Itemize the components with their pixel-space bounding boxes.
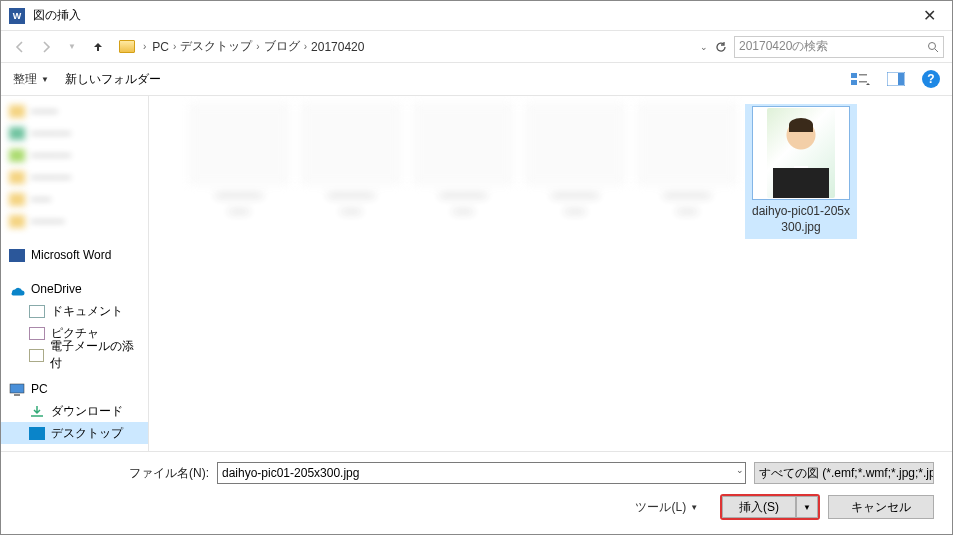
sidebar-item-desktop[interactable]: デスクトップ (1, 422, 148, 444)
view-mode-button[interactable] (850, 71, 870, 87)
svg-rect-1 (851, 73, 857, 78)
organize-menu[interactable]: 整理 ▼ (13, 71, 49, 88)
insert-button[interactable]: 挿入(S) (722, 496, 796, 518)
search-placeholder: 20170420の検索 (739, 38, 828, 55)
file-thumbnail[interactable]: –––––––––– (521, 104, 629, 239)
address-dropdown-icon[interactable]: ⌄ (700, 42, 708, 52)
close-button[interactable]: ✕ (907, 1, 952, 30)
sidebar-item-mail[interactable]: 電子メールの添付 (1, 344, 148, 366)
word-icon (9, 249, 25, 262)
up-button[interactable] (87, 36, 109, 58)
sidebar-item-documents[interactable]: ドキュメント (1, 300, 148, 322)
desktop-icon (29, 427, 45, 440)
mail-icon (29, 349, 44, 362)
titlebar: W 図の挿入 ✕ (1, 1, 952, 31)
sidebar-item[interactable]: ––––– (1, 210, 148, 232)
svg-rect-3 (859, 74, 867, 76)
svg-point-0 (929, 42, 936, 49)
svg-rect-6 (898, 73, 904, 85)
crumb-desktop[interactable]: デスクトップ (180, 38, 252, 55)
refresh-icon[interactable] (714, 40, 728, 54)
sidebar-item[interactable]: ––– (1, 188, 148, 210)
file-thumbnail[interactable]: –––––––––– (409, 104, 517, 239)
sidebar: –––– –––––– –––––– –––––– ––– ––––– Micr… (1, 96, 149, 451)
preview-pane-button[interactable] (886, 71, 906, 87)
sidebar-item[interactable]: –––– (1, 100, 148, 122)
file-thumbnail-selected[interactable]: daihyo-pic01-205x300.jpg (745, 104, 857, 239)
filename-label: ファイル名(N): (129, 465, 209, 482)
picture-icon (29, 327, 45, 340)
insert-split-button: 挿入(S) ▼ (720, 494, 820, 520)
svg-rect-8 (14, 394, 20, 396)
image-preview (767, 108, 835, 198)
breadcrumb[interactable]: PC› デスクトップ› ブログ› 20170420 (152, 38, 364, 55)
sidebar-item-word[interactable]: Microsoft Word (1, 244, 148, 266)
folder-icon (119, 40, 135, 53)
onedrive-icon (9, 283, 25, 296)
crumb-pc[interactable]: PC (152, 40, 169, 54)
new-folder-button[interactable]: 新しいフォルダー (65, 71, 161, 88)
file-thumbnail[interactable]: –––––––––– (297, 104, 405, 239)
navbar: ▼ › PC› デスクトップ› ブログ› 20170420 ⌄ 20170420… (1, 31, 952, 63)
chevron-right-icon: › (143, 41, 146, 52)
file-name: daihyo-pic01-205x300.jpg (747, 202, 855, 237)
word-app-icon: W (9, 8, 25, 24)
file-thumbnail[interactable]: –––––––––– (633, 104, 741, 239)
svg-rect-2 (851, 80, 857, 85)
sidebar-item[interactable]: –––––– (1, 122, 148, 144)
dialog-body: –––– –––––– –––––– –––––– ––– ––––– Micr… (1, 96, 952, 451)
sidebar-item-onedrive[interactable]: OneDrive (1, 278, 148, 300)
sidebar-item[interactable]: –––––– (1, 166, 148, 188)
file-thumbnail[interactable]: –––––––––– (185, 104, 293, 239)
footer: ファイル名(N): ⌄ すべての図 (*.emf;*.wmf;*.jpg;*.j… (1, 451, 952, 534)
file-list[interactable]: –––––––––– –––––––––– –––––––––– –––––––… (149, 96, 952, 451)
filename-input[interactable] (217, 462, 746, 484)
help-button[interactable]: ? (922, 70, 940, 88)
forward-button[interactable] (35, 36, 57, 58)
insert-dropdown-button[interactable]: ▼ (796, 496, 818, 518)
dialog-title: 図の挿入 (33, 7, 907, 24)
document-icon (29, 305, 45, 318)
chevron-down-icon: ▼ (690, 503, 698, 512)
svg-rect-7 (10, 384, 24, 393)
search-input[interactable]: 20170420の検索 (734, 36, 944, 58)
sidebar-item[interactable]: –––––– (1, 144, 148, 166)
tools-menu[interactable]: ツール(L) ▼ (635, 499, 698, 516)
chevron-down-icon[interactable]: ⌄ (736, 465, 744, 475)
file-type-filter[interactable]: すべての図 (*.emf;*.wmf;*.jpg;*.jp ⌄ (754, 462, 934, 484)
sidebar-item-downloads[interactable]: ダウンロード (1, 400, 148, 422)
download-icon (29, 405, 45, 418)
pc-icon (9, 383, 25, 396)
cancel-button[interactable]: キャンセル (828, 495, 934, 519)
search-icon (927, 41, 939, 53)
crumb-blog[interactable]: ブログ (264, 38, 300, 55)
crumb-date[interactable]: 20170420 (311, 40, 364, 54)
back-button[interactable] (9, 36, 31, 58)
sidebar-item-pc[interactable]: PC (1, 378, 148, 400)
chevron-down-icon: ▼ (41, 75, 49, 84)
insert-picture-dialog: W 図の挿入 ✕ ▼ › PC› デスクトップ› ブログ› 20170420 ⌄ (0, 0, 953, 535)
recent-dropdown[interactable]: ▼ (61, 36, 83, 58)
svg-rect-4 (859, 81, 867, 83)
toolbar: 整理 ▼ 新しいフォルダー ? (1, 63, 952, 96)
